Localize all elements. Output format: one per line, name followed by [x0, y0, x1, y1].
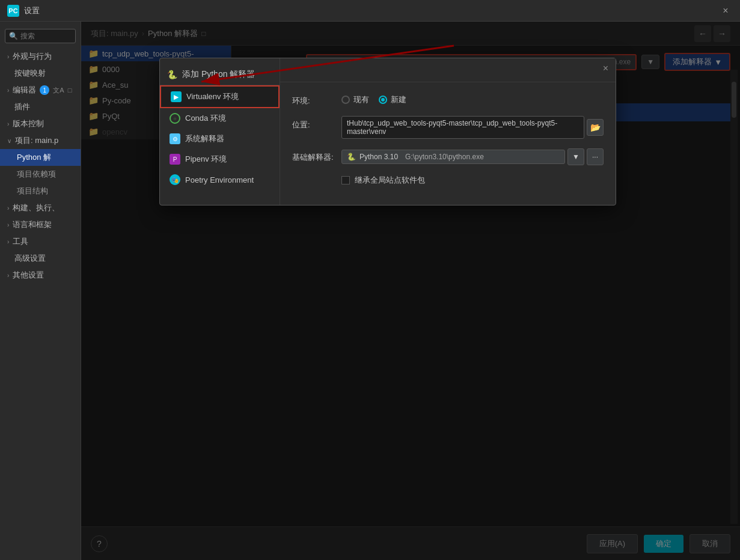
- pipenv-icon: P: [170, 154, 180, 165]
- inherit-checkbox-row: 继承全局站点软件包: [341, 175, 425, 186]
- titlebar: PC 设置 ×: [0, 0, 740, 22]
- location-browse-button[interactable]: 📂: [587, 119, 604, 136]
- expand-icon: ›: [7, 222, 9, 228]
- inherit-checkbox[interactable]: [341, 176, 350, 184]
- sidebar-item-advanced[interactable]: 高级设置: [0, 250, 81, 267]
- sidebar-item-structure[interactable]: 项目结构: [0, 183, 81, 199]
- base-interp-dropdown-button[interactable]: ▼: [567, 148, 584, 165]
- app-icon: PC: [7, 5, 19, 17]
- sidebar-item-label: Python 解: [17, 152, 51, 163]
- radio-group: 现有 新建: [341, 92, 604, 105]
- modal-close-button[interactable]: ×: [603, 63, 608, 74]
- search-box[interactable]: 🔍: [5, 29, 76, 43]
- modal-menu-pipenv[interactable]: P Pipenv 环境: [160, 149, 280, 169]
- modal-menu-system[interactable]: ⚙ 系统解释器: [160, 129, 280, 149]
- modal-title: 添加 Python 解释器: [182, 69, 255, 80]
- virtualenv-icon: ▶: [171, 91, 182, 102]
- form-row-location: 位置: tHub\tcp_udp_web_tools-pyqt5-master\…: [292, 116, 604, 139]
- menu-item-label: Virtualenv 环境: [186, 91, 239, 102]
- editor-icon-box: □: [68, 87, 72, 94]
- base-interp-extra-button[interactable]: ···: [587, 148, 604, 165]
- sidebar-item-label: 高级设置: [14, 253, 46, 264]
- expand-icon: ›: [7, 121, 9, 127]
- pipenv-icon-inner: P: [173, 156, 177, 163]
- base-interp-field[interactable]: 🐍 Python 3.10 G:\pyton3.10\python.exe: [341, 150, 565, 164]
- sidebar-item-dependencies[interactable]: 项目依赖项: [0, 166, 81, 183]
- sidebar-item-label: 外观与行为: [13, 51, 52, 62]
- base-interp-group: 🐍 Python 3.10 G:\pyton3.10\python.exe ▼ …: [341, 148, 604, 165]
- location-field: tHub\tcp_udp_web_tools-pyqt5-master\tcp_…: [341, 116, 584, 139]
- location-label: 位置:: [292, 116, 334, 130]
- conda-icon: ○: [170, 113, 180, 124]
- location-value: tHub\tcp_udp_web_tools-pyqt5-master\tcp_…: [347, 119, 557, 136]
- search-input[interactable]: [20, 32, 72, 40]
- add-interpreter-modal: 🐍 添加 Python 解释器 ▶ Virtualenv 环境 ○: [159, 58, 616, 205]
- modal-form: 环境: 现有 新建: [280, 82, 616, 205]
- radio-existing-circle: [341, 96, 350, 104]
- modal-right-header: ×: [280, 58, 616, 82]
- content-area: 项目: main.py › Python 解释器 □ ← → 📁 tcp_udp…: [81, 22, 740, 560]
- expand-icon: ∨: [7, 138, 11, 144]
- form-row-env: 环境: 现有 新建: [292, 92, 604, 106]
- radio-new-label: 新建: [391, 94, 406, 105]
- sidebar-item-label: 语言和框架: [13, 219, 52, 230]
- sidebar-item-label: 插件: [14, 102, 30, 112]
- sidebar-item-label: 按键映射: [14, 68, 46, 79]
- expand-icon: ›: [7, 53, 9, 60]
- modal-menu-poetry[interactable]: 🎭 Poetry Environment: [160, 169, 280, 190]
- sidebar-item-label: 编辑器: [13, 85, 36, 96]
- form-row-inherit: 继承全局站点软件包: [292, 175, 604, 186]
- search-icon: 🔍: [9, 32, 18, 40]
- modal-overlay: 🐍 添加 Python 解释器 ▶ Virtualenv 环境 ○: [81, 22, 740, 560]
- sidebar-item-keymap[interactable]: 按键映射: [0, 65, 81, 82]
- modal-menu-virtualenv[interactable]: ▶ Virtualenv 环境: [160, 85, 280, 108]
- editor-icon-a: 文A: [53, 86, 64, 95]
- sidebar-item-label: 其他设置: [13, 270, 44, 281]
- radio-new[interactable]: 新建: [379, 94, 406, 105]
- sidebar-item-build[interactable]: › 构建、执行、: [0, 199, 81, 216]
- sidebar-item-label: 项目依赖项: [17, 169, 56, 180]
- sidebar-item-appearance[interactable]: › 外观与行为: [0, 48, 81, 65]
- base-interp-python: Python 3.10: [359, 153, 398, 161]
- sidebar-item-project[interactable]: ∨ 项目: main.p: [0, 132, 81, 149]
- python-icon: 🐍: [347, 153, 356, 161]
- virtualenv-icon-inner: ▶: [174, 94, 179, 100]
- radio-new-circle: [379, 96, 387, 104]
- inherit-label: 继承全局站点软件包: [355, 175, 425, 186]
- sidebar-item-label: 工具: [13, 236, 28, 247]
- menu-item-label: Poetry Environment: [185, 175, 254, 184]
- base-interp-path: G:\pyton3.10\python.exe: [405, 153, 484, 161]
- env-radio-group: 现有 新建: [341, 92, 604, 105]
- sidebar-item-languages[interactable]: › 语言和框架: [0, 216, 81, 233]
- conda-icon-inner: ○: [174, 116, 177, 121]
- window-title: 设置: [24, 5, 40, 16]
- window-close-button[interactable]: ×: [718, 4, 733, 18]
- expand-icon: ›: [7, 87, 9, 94]
- sidebar-item-label: 构建、执行、: [13, 202, 60, 213]
- env-label: 环境:: [292, 92, 334, 106]
- system-icon: ⚙: [170, 133, 180, 144]
- sidebar-item-python-interp[interactable]: Python 解: [0, 149, 81, 166]
- modal-left-panel: 🐍 添加 Python 解释器 ▶ Virtualenv 环境 ○: [160, 58, 280, 205]
- modal-right-panel: × 环境: 现有: [280, 58, 616, 205]
- location-input-group: tHub\tcp_udp_web_tools-pyqt5-master\tcp_…: [341, 116, 604, 139]
- modal-title-bar: 🐍 添加 Python 解释器: [160, 63, 280, 85]
- menu-item-label: Pipenv 环境: [185, 154, 227, 165]
- sidebar-item-other[interactable]: › 其他设置: [0, 267, 81, 284]
- inherit-spacer: [292, 175, 334, 178]
- sidebar-item-vcs[interactable]: › 版本控制: [0, 115, 81, 132]
- sidebar-item-plugins[interactable]: 插件: [0, 99, 81, 115]
- form-row-base-interp: 基础解释器: 🐍 Python 3.10 G:\pyton3.10\python…: [292, 148, 604, 165]
- sidebar-item-tools[interactable]: › 工具: [0, 233, 81, 250]
- sidebar-item-editor[interactable]: › 编辑器 1 文A □: [0, 82, 81, 99]
- radio-existing[interactable]: 现有: [341, 94, 369, 105]
- modal-menu-conda[interactable]: ○ Conda 环境: [160, 108, 280, 129]
- poetry-icon: 🎭: [170, 174, 180, 185]
- sidebar-item-label: 项目结构: [17, 186, 48, 196]
- poetry-icon-inner: 🎭: [171, 177, 179, 183]
- editor-badge: 1: [40, 85, 49, 95]
- sidebar-item-label: 项目: main.p: [15, 135, 58, 146]
- sidebar: 🔍 › 外观与行为 按键映射 › 编辑器 1 文A □ 插件 › 版本控制 ∨ …: [0, 22, 81, 560]
- system-icon-inner: ⚙: [173, 136, 178, 142]
- menu-item-label: 系统解释器: [185, 133, 224, 144]
